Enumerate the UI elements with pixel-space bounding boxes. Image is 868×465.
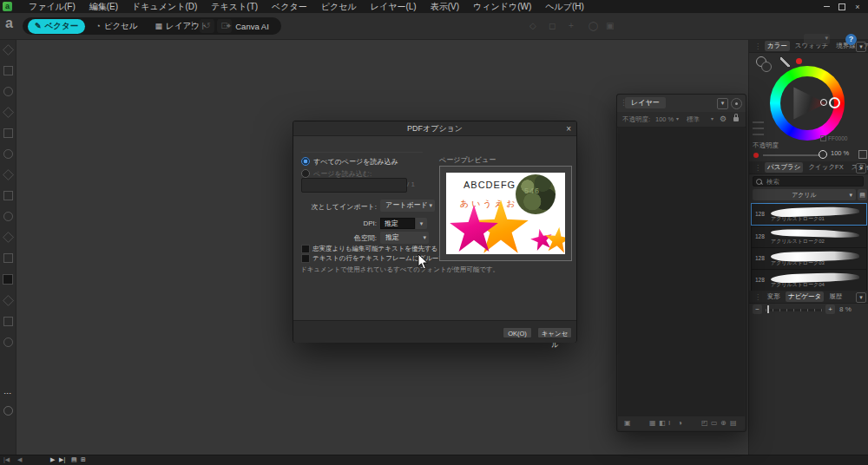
checkbox-favor-editable-text[interactable]: [301, 245, 310, 253]
dialog-close-icon[interactable]: ×: [566, 122, 571, 135]
close-icon[interactable]: ×: [852, 2, 863, 11]
move-tool-icon[interactable]: [3, 44, 14, 56]
opacity-options-icon[interactable]: [858, 150, 867, 159]
toolbar-overflow-icon[interactable]: ⋮: [187, 20, 197, 31]
transparency-tool-icon[interactable]: [3, 317, 13, 326]
checkbox-favor-editable-text-label[interactable]: 忠実度よりも編集可能テキストを優先する: [312, 245, 437, 253]
menu-pixel[interactable]: ピクセル: [315, 0, 363, 13]
help-icon[interactable]: ?: [845, 34, 857, 45]
zoom-slider-knob[interactable]: [767, 305, 769, 313]
menu-edit[interactable]: 編集(E): [83, 0, 124, 13]
pages-grid-icon[interactable]: ▤: [71, 456, 77, 463]
panel-menu-icon[interactable]: [731, 98, 742, 109]
brush-category-dropdown[interactable]: ▾ アクリル: [753, 189, 856, 200]
tab-layers[interactable]: レイヤー: [625, 97, 666, 108]
radio-load-all-pages-label[interactable]: すべてのページを読み込み: [313, 157, 398, 167]
panel-chevron-icon[interactable]: ▾: [856, 292, 866, 303]
dpi-combo-field[interactable]: 推定: [380, 218, 415, 229]
blend-options-icon[interactable]: ◑: [678, 419, 682, 427]
menu-layer[interactable]: レイヤー(L): [365, 0, 423, 13]
sat-knob[interactable]: [820, 99, 827, 106]
fill-tool-icon[interactable]: [3, 169, 14, 180]
panel-chevron-icon[interactable]: ▾: [856, 42, 866, 52]
circle-tool-icon[interactable]: ◯: [589, 21, 598, 30]
last-page-icon[interactable]: ▶|: [59, 456, 65, 463]
radio-load-all-pages[interactable]: [301, 157, 310, 166]
duplicate-page-icon[interactable]: ⊞: [81, 456, 86, 463]
minimize-icon[interactable]: [821, 2, 832, 11]
opacity-slider[interactable]: [763, 154, 820, 156]
panel-chevron-icon[interactable]: ▾: [717, 98, 728, 109]
brush-item[interactable]: 128 アクリルストローク03: [751, 247, 867, 269]
grid-toggle-icon[interactable]: ▣: [606, 21, 614, 30]
radio-load-page[interactable]: [301, 169, 310, 178]
new-pixel-layer-icon[interactable]: ⊕: [720, 419, 727, 427]
edit-all-layers-icon[interactable]: ▣: [624, 419, 631, 427]
undo-icon[interactable]: ↺: [200, 19, 214, 33]
blend-mode-dropdown[interactable]: 標準: [687, 115, 700, 124]
menu-text[interactable]: テキスト(T): [205, 0, 264, 13]
cancel-button[interactable]: キャンセル: [537, 327, 572, 338]
rect-tool-icon[interactable]: [3, 212, 13, 221]
snap-icon[interactable]: ◇: [529, 21, 536, 30]
hue-knob[interactable]: [829, 97, 840, 108]
import-as-dropdown[interactable]: アートボード ▾: [380, 200, 435, 212]
view-tool-icon[interactable]: [3, 406, 13, 416]
menu-window[interactable]: ウィンドウ(W): [467, 0, 537, 13]
brush-tool-icon[interactable]: [3, 149, 13, 159]
checkbox-group-text-lines[interactable]: [301, 254, 310, 263]
corner-tool-icon[interactable]: [3, 87, 13, 96]
tab-navigator[interactable]: ナビゲータ: [786, 291, 824, 302]
pen-tool-icon[interactable]: [3, 107, 14, 118]
opacity-value[interactable]: 100 %: [831, 149, 849, 157]
chevron-down-icon[interactable]: ▾: [711, 115, 713, 121]
tab-transform[interactable]: 変形: [765, 291, 783, 302]
page-number-input[interactable]: [301, 178, 407, 193]
color-chip[interactable]: [3, 274, 13, 285]
gradient-tool-icon[interactable]: [3, 295, 14, 306]
brush-list-options-icon[interactable]: ▤: [858, 189, 867, 200]
text-tool-icon[interactable]: [3, 253, 13, 263]
zoom-tool-icon[interactable]: [3, 337, 13, 347]
dpi-combo-button[interactable]: ▾: [416, 218, 427, 229]
chevron-down-icon[interactable]: ▾: [676, 115, 679, 121]
layer-effects-icon[interactable]: Ι: [668, 419, 670, 427]
ok-button[interactable]: OK(O): [503, 327, 532, 338]
zoom-value[interactable]: 8 %: [839, 305, 852, 313]
tab-history[interactable]: 履歴: [826, 291, 845, 302]
restore-icon[interactable]: [837, 2, 847, 11]
tab-quick-fx[interactable]: クイックFX: [806, 162, 845, 173]
brush-item[interactable]: 128 アクリルストローク02: [751, 226, 867, 247]
panel-chevron-icon[interactable]: ▾: [856, 163, 866, 174]
colorspace-dropdown[interactable]: 推定 ▾: [380, 232, 429, 244]
layers-opacity-value[interactable]: 100 %: [655, 115, 674, 123]
prev-page-icon[interactable]: ◀: [17, 456, 22, 463]
node-tool-icon[interactable]: [3, 66, 13, 75]
current-color-swatch[interactable]: [796, 58, 802, 64]
toolbar-dropdown[interactable]: ▾: [804, 34, 830, 44]
mask-layer-icon[interactable]: ▦: [649, 419, 656, 427]
ellipse-tool-icon[interactable]: [3, 232, 14, 243]
search-input[interactable]: [765, 177, 855, 187]
opacity-knob[interactable]: [819, 150, 827, 159]
eyedropper-icon[interactable]: [780, 57, 790, 67]
zoom-out-button[interactable]: −: [753, 305, 762, 314]
corner-icon[interactable]: ◻: [549, 21, 556, 30]
more-tools-icon[interactable]: ⋮: [3, 386, 12, 402]
menu-view[interactable]: 表示(V): [424, 0, 465, 13]
fill-stroke-chips[interactable]: [756, 56, 772, 72]
lock-icon[interactable]: [733, 117, 739, 121]
move-icon[interactable]: +: [569, 21, 574, 30]
zoom-in-button[interactable]: +: [825, 305, 835, 314]
gear-icon[interactable]: ⚙: [720, 115, 727, 123]
zoom-fit-icon[interactable]: ⊡: [217, 19, 232, 33]
menu-file[interactable]: ファイル(F): [23, 0, 82, 13]
new-layer-icon[interactable]: ▭: [711, 419, 718, 427]
pencil-tool-icon[interactable]: [3, 128, 13, 138]
zoom-slider[interactable]: [766, 309, 823, 311]
brush-item[interactable]: 128 アクリルストローク01: [751, 203, 867, 226]
adjustment-layer-icon[interactable]: ◧: [659, 419, 666, 427]
dialog-titlebar[interactable]: PDFオプション ×: [293, 121, 576, 136]
shape-tool-icon[interactable]: [3, 191, 13, 200]
tab-path-brushes[interactable]: パスブラシ: [765, 162, 803, 173]
